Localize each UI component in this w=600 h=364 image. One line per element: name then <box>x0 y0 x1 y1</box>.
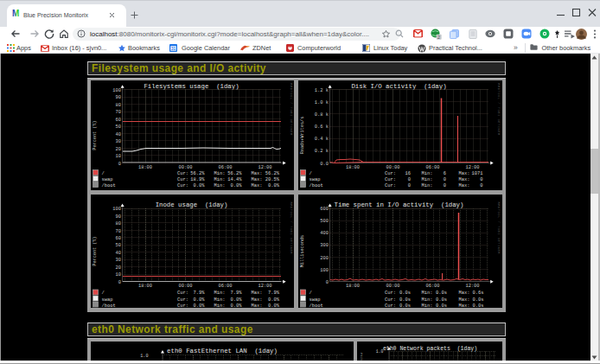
svg-text:0.0s: 0.0s <box>473 297 484 302</box>
svg-text:Min:: Min: <box>422 291 433 296</box>
svg-text:0: 0 <box>444 183 446 188</box>
svg-text:300: 300 <box>320 243 329 248</box>
svg-text:Max:: Max: <box>252 177 263 182</box>
svg-text:Inode usage (1day): Inode usage (1day) <box>156 201 228 208</box>
svg-text:0.0%: 0.0% <box>231 303 243 308</box>
svg-text:Min:: Min: <box>214 183 226 188</box>
svg-text:Percent (%): Percent (%) <box>93 236 98 265</box>
svg-text:0.0s: 0.0s <box>399 291 411 296</box>
svg-text:eth0 FastEthernet LAN (1day): eth0 FastEthernet LAN (1day) <box>167 347 278 354</box>
svg-text:18:00: 18:00 <box>138 284 152 289</box>
svg-text:60: 60 <box>116 118 121 123</box>
svg-text:Cur:: Cur: <box>385 291 396 296</box>
svg-text:50: 50 <box>116 125 121 130</box>
svg-text:00:00: 00:00 <box>386 284 399 289</box>
svg-text:Min:: Min: <box>422 171 433 176</box>
svg-text:12:00: 12:00 <box>258 284 271 289</box>
svg-text:0: 0 <box>480 177 482 182</box>
svg-text:/: / <box>310 171 312 176</box>
svg-text:0: 0 <box>118 279 121 284</box>
svg-text:70: 70 <box>116 228 121 233</box>
svg-text:Min:: Min: <box>422 303 433 308</box>
svg-text:18:00: 18:00 <box>346 284 360 289</box>
svg-text:0.4 k: 0.4 k <box>315 137 329 142</box>
svg-text:Min:: Min: <box>422 183 433 188</box>
svg-text:M: M <box>12 10 19 17</box>
svg-text:0.0%: 0.0% <box>231 183 243 188</box>
svg-text:20: 20 <box>116 265 121 270</box>
svg-text:0.0s: 0.0s <box>436 297 447 302</box>
svg-text:0.6 k: 0.6 k <box>315 125 329 130</box>
svg-text:20: 20 <box>116 147 121 152</box>
svg-text:Disk I/O activity (1day): Disk I/O activity (1day) <box>351 83 446 90</box>
svg-text:200: 200 <box>320 255 329 260</box>
svg-text:Cur:: Cur: <box>385 183 396 188</box>
svg-text:Reads+Writes/s: Reads+Writes/s <box>300 117 305 155</box>
svg-text:100: 100 <box>112 88 121 93</box>
svg-text:/boot: /boot <box>102 303 116 308</box>
svg-text:Min:: Min: <box>214 291 226 296</box>
svg-text:Milliseconds: Milliseconds <box>300 234 305 266</box>
svg-text:0.0s: 0.0s <box>436 291 447 296</box>
svg-text:1.2 k: 1.2 k <box>315 88 329 93</box>
svg-text:Max:: Max: <box>459 177 470 182</box>
svg-text:0.6s: 0.6s <box>473 291 484 296</box>
svg-text:Cur:: Cur: <box>177 183 188 188</box>
svg-text:Max:: Max: <box>459 291 470 296</box>
svg-text:/: / <box>102 171 105 176</box>
svg-text:12:00: 12:00 <box>465 284 479 289</box>
svg-text:06:00: 06:00 <box>425 165 439 170</box>
svg-text:0.0s: 0.0s <box>399 297 411 302</box>
svg-text:0.0%: 0.0% <box>194 183 206 188</box>
svg-text:100: 100 <box>112 207 121 212</box>
svg-text:0.0s: 0.0s <box>399 303 411 308</box>
svg-text:Max:: Max: <box>459 303 470 308</box>
svg-text:1.0: 1.0 <box>376 349 384 354</box>
svg-text:80: 80 <box>116 103 121 108</box>
svg-text:0.0%: 0.0% <box>194 297 206 302</box>
svg-text:Cur:: Cur: <box>177 303 188 308</box>
svg-text:90: 90 <box>116 214 121 219</box>
svg-text:00:00: 00:00 <box>178 284 192 289</box>
svg-text:10: 10 <box>116 272 121 278</box>
svg-text:56.2%: 56.2% <box>227 171 242 176</box>
svg-text:60: 60 <box>116 236 121 241</box>
svg-text:6: 6 <box>444 171 446 176</box>
svg-text:swap: swap <box>310 297 321 302</box>
svg-text:12:00: 12:00 <box>465 165 479 170</box>
svg-text:70: 70 <box>116 110 121 115</box>
svg-text:Min:: Min: <box>214 177 226 182</box>
svg-text:Max:: Max: <box>252 303 263 308</box>
svg-text:/boot: /boot <box>310 303 323 308</box>
svg-text:600: 600 <box>320 207 329 212</box>
svg-text:Time spent in I/O activity (1: Time spent in I/O activity (1day) <box>335 201 464 208</box>
svg-text:RRDTOOL / TOBI OETIKER: RRDTOOL / TOBI OETIKER <box>290 83 293 136</box>
svg-text:0.0%: 0.0% <box>268 303 280 308</box>
svg-text:56.2%: 56.2% <box>265 171 280 176</box>
svg-text:7.9%: 7.9% <box>194 291 206 296</box>
svg-text:06:00: 06:00 <box>218 165 232 170</box>
svg-text:0.0%: 0.0% <box>268 297 280 302</box>
svg-text:40: 40 <box>116 250 121 255</box>
svg-text:Min:: Min: <box>422 297 433 302</box>
svg-text:18.9%: 18.9% <box>190 177 205 182</box>
svg-text:Min:: Min: <box>214 303 226 308</box>
svg-text:1071: 1071 <box>472 171 483 176</box>
svg-text:Cur:: Cur: <box>385 303 396 308</box>
svg-text:31: 31 <box>171 47 176 51</box>
svg-text:06:00: 06:00 <box>218 284 232 289</box>
svg-text:0.0s: 0.0s <box>473 303 484 308</box>
svg-text:80: 80 <box>116 221 121 227</box>
svg-text:20.5%: 20.5% <box>265 177 280 182</box>
svg-text:16: 16 <box>405 171 411 176</box>
svg-text:400: 400 <box>320 231 329 236</box>
svg-text:14.4%: 14.4% <box>227 177 242 182</box>
svg-text:06:00: 06:00 <box>425 284 439 289</box>
svg-text:56.2%: 56.2% <box>190 171 205 176</box>
svg-text:0.8 k: 0.8 k <box>315 112 329 118</box>
svg-text:swap: swap <box>102 297 113 302</box>
svg-text:40: 40 <box>116 132 121 137</box>
svg-text:Max:: Max: <box>459 183 470 188</box>
svg-text:RRDTOOL / TOBI OETIKER: RRDTOOL / TOBI OETIKER <box>290 201 293 254</box>
svg-text:Max:: Max: <box>252 291 263 296</box>
